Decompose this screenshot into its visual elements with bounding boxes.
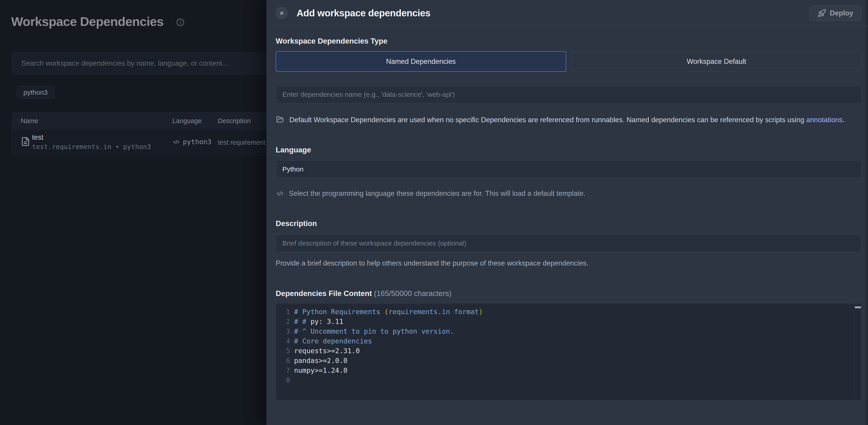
drawer-scrollbar-gutter[interactable]	[866, 0, 868, 425]
line-number: 1	[280, 308, 290, 316]
column-header-description: Description	[218, 117, 251, 125]
language-hint: Select the programming language these de…	[276, 189, 861, 198]
file-content-section-label: Dependencies File Content (165/50000 cha…	[276, 289, 861, 298]
add-workspace-dependencies-drawer: × Add workspace dependencies Deploy Work…	[267, 0, 868, 425]
code-text: numpy>=1.24.0	[294, 366, 347, 374]
language-hint-text: Select the programming language these de…	[289, 189, 586, 198]
code-text: # Python Requirements (requirements.in f…	[294, 308, 483, 316]
type-option-named-dependencies[interactable]: Named Dependencies	[276, 51, 566, 72]
file-icon	[21, 136, 30, 147]
type-option-workspace-default[interactable]: Workspace Default	[571, 51, 862, 72]
rocket-icon	[817, 9, 826, 18]
code-line-8: 8	[280, 375, 861, 385]
close-icon: ×	[280, 10, 284, 17]
line-number: 5	[280, 347, 290, 355]
language-select[interactable]: Python	[276, 160, 861, 178]
page-title: Workspace Dependencies	[11, 14, 163, 29]
deploy-button[interactable]: Deploy	[809, 5, 861, 21]
editor-scrollbar-thumb[interactable]	[855, 306, 861, 308]
code-text: # Core dependencies	[294, 337, 372, 345]
row-description: test requirement	[218, 139, 266, 146]
info-text: Default Workspace Dependencies are used …	[289, 116, 806, 124]
column-header-language: Language	[173, 117, 202, 125]
code-icon	[276, 190, 284, 197]
code-line-6: 6pandas>=2.0.0	[280, 356, 861, 365]
workspace-dependencies-page: Workspace Dependencies python3 Name Lang…	[0, 0, 267, 425]
filter-chip-python3[interactable]: python3	[17, 86, 55, 99]
code-lines: 1# Python Requirements (requirements.in …	[276, 304, 861, 385]
line-number: 8	[280, 376, 290, 384]
screen: Workspace Dependencies python3 Name Lang…	[0, 0, 868, 425]
line-number: 4	[280, 337, 290, 345]
code-text: requests>=2.31.0	[294, 347, 360, 355]
code-text: pandas>=2.0.0	[294, 357, 347, 365]
code-line-3: 3# ^ Uncomment to pin to python version.	[280, 326, 861, 336]
description-hint: Provide a brief description to help othe…	[276, 259, 861, 267]
description-input[interactable]	[276, 235, 861, 252]
description-section-label: Description	[276, 219, 861, 228]
type-section-label: Workspace Dependencies Type	[276, 37, 861, 45]
code-line-1: 1# Python Requirements (requirements.in …	[280, 307, 861, 317]
code-line-2: 2# # py: 3.11	[280, 317, 861, 326]
char-count-value: (165/50000 characters)	[374, 289, 452, 298]
line-number: 7	[280, 366, 290, 374]
code-line-4: 4# Core dependencies	[280, 336, 861, 346]
info-icon[interactable]	[176, 18, 184, 26]
column-header-name: Name	[21, 117, 38, 125]
dependencies-name-input[interactable]	[276, 86, 861, 103]
code-text: # ^ Uncomment to pin to python version.	[294, 327, 454, 335]
code-line-5: 5requests>=2.31.0	[280, 346, 861, 356]
info-paragraph: Default Workspace Dependencies are used …	[276, 114, 861, 126]
drawer-header: × Add workspace dependencies Deploy	[267, 0, 868, 26]
row-meta: test.requirements.in • python3	[32, 143, 151, 151]
code-line-7: 7numpy>=1.24.0	[280, 365, 861, 375]
type-options: Named DependenciesWorkspace Default	[276, 51, 861, 72]
folder-open-icon	[276, 116, 284, 123]
info-text-period: .	[843, 116, 845, 124]
row-language: python3	[173, 138, 211, 146]
close-button[interactable]: ×	[276, 7, 288, 19]
language-select-value: Python	[282, 165, 303, 173]
row-language-text: python3	[183, 138, 211, 146]
dependencies-file-editor[interactable]: 1# Python Requirements (requirements.in …	[276, 303, 861, 400]
file-content-label-text: Dependencies File Content	[276, 289, 372, 298]
drawer-title: Add workspace dependencies	[297, 8, 430, 19]
line-number: 2	[280, 317, 290, 326]
annotations-link[interactable]: annotations	[806, 116, 843, 124]
line-number: 6	[280, 357, 290, 365]
editor-scrollbar	[855, 304, 861, 400]
code-icon	[173, 139, 180, 145]
deploy-label: Deploy	[830, 9, 853, 17]
language-section-label: Language	[276, 145, 861, 154]
row-name: test	[32, 133, 43, 142]
line-number: 3	[280, 327, 290, 335]
code-text: # # py: 3.11	[294, 317, 343, 326]
drawer-body: Workspace Dependencies Type Named Depend…	[267, 26, 868, 400]
